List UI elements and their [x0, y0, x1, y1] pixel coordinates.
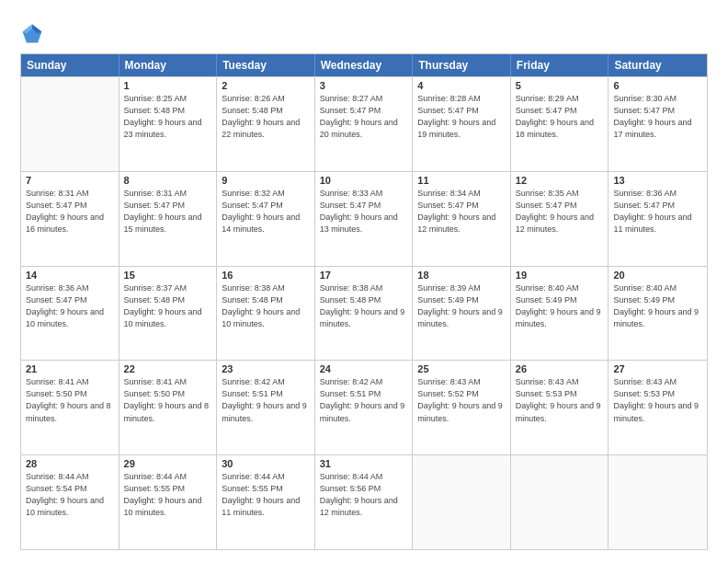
header-cell-wednesday: Wednesday: [315, 54, 414, 76]
header-cell-friday: Friday: [511, 54, 609, 76]
calendar-cell: 13Sunrise: 8:36 AM Sunset: 5:47 PM Dayli…: [609, 172, 707, 266]
day-info: Sunrise: 8:25 AM Sunset: 5:48 PM Dayligh…: [124, 93, 212, 141]
day-number: 15: [124, 270, 212, 281]
calendar-cell: 6Sunrise: 8:30 AM Sunset: 5:47 PM Daylig…: [609, 77, 707, 171]
day-info: Sunrise: 8:44 AM Sunset: 5:55 PM Dayligh…: [124, 471, 212, 519]
calendar-cell: 3Sunrise: 8:27 AM Sunset: 5:47 PM Daylig…: [315, 77, 414, 171]
calendar-row-1: 7Sunrise: 8:31 AM Sunset: 5:47 PM Daylig…: [21, 171, 707, 266]
day-info: Sunrise: 8:28 AM Sunset: 5:47 PM Dayligh…: [417, 93, 506, 141]
day-info: Sunrise: 8:32 AM Sunset: 5:47 PM Dayligh…: [222, 188, 310, 236]
calendar-cell: 23Sunrise: 8:42 AM Sunset: 5:51 PM Dayli…: [217, 361, 315, 454]
day-number: 7: [26, 175, 114, 186]
day-info: Sunrise: 8:40 AM Sunset: 5:49 PM Dayligh…: [613, 282, 702, 330]
day-info: Sunrise: 8:44 AM Sunset: 5:56 PM Dayligh…: [320, 471, 408, 519]
day-number: 9: [222, 175, 310, 186]
day-info: Sunrise: 8:36 AM Sunset: 5:47 PM Dayligh…: [613, 188, 702, 236]
day-number: 19: [516, 270, 604, 281]
day-number: 5: [516, 80, 604, 91]
logo: [20, 20, 48, 46]
calendar-body: 1Sunrise: 8:25 AM Sunset: 5:48 PM Daylig…: [21, 76, 707, 549]
day-info: Sunrise: 8:30 AM Sunset: 5:47 PM Dayligh…: [613, 93, 702, 141]
calendar-cell: 27Sunrise: 8:43 AM Sunset: 5:53 PM Dayli…: [609, 361, 707, 454]
calendar-cell: 22Sunrise: 8:41 AM Sunset: 5:50 PM Dayli…: [119, 361, 218, 454]
calendar-cell: 18Sunrise: 8:39 AM Sunset: 5:49 PM Dayli…: [413, 267, 511, 361]
day-number: 17: [320, 270, 408, 281]
calendar-cell: 29Sunrise: 8:44 AM Sunset: 5:55 PM Dayli…: [119, 455, 218, 549]
day-number: 11: [417, 175, 506, 186]
day-info: Sunrise: 8:43 AM Sunset: 5:52 PM Dayligh…: [417, 376, 506, 424]
day-info: Sunrise: 8:44 AM Sunset: 5:55 PM Dayligh…: [222, 471, 310, 519]
day-info: Sunrise: 8:29 AM Sunset: 5:47 PM Dayligh…: [516, 93, 604, 141]
logo-icon: [20, 22, 44, 46]
day-info: Sunrise: 8:31 AM Sunset: 5:47 PM Dayligh…: [26, 188, 114, 236]
day-number: 23: [222, 363, 310, 374]
calendar-cell: 1Sunrise: 8:25 AM Sunset: 5:48 PM Daylig…: [119, 77, 218, 171]
calendar-cell: 4Sunrise: 8:28 AM Sunset: 5:47 PM Daylig…: [413, 77, 511, 171]
day-number: 21: [26, 363, 114, 374]
calendar-cell: 30Sunrise: 8:44 AM Sunset: 5:55 PM Dayli…: [217, 455, 315, 549]
day-number: 13: [613, 175, 702, 186]
calendar-cell: [21, 77, 119, 171]
calendar-cell: 7Sunrise: 8:31 AM Sunset: 5:47 PM Daylig…: [21, 172, 119, 266]
day-info: Sunrise: 8:35 AM Sunset: 5:47 PM Dayligh…: [516, 188, 604, 236]
header: [20, 17, 708, 46]
day-number: 1: [124, 80, 212, 91]
calendar-cell: 5Sunrise: 8:29 AM Sunset: 5:47 PM Daylig…: [511, 77, 609, 171]
day-number: 30: [222, 458, 310, 469]
calendar-row-0: 1Sunrise: 8:25 AM Sunset: 5:48 PM Daylig…: [21, 76, 707, 171]
calendar-cell: 26Sunrise: 8:43 AM Sunset: 5:53 PM Dayli…: [511, 361, 609, 454]
day-info: Sunrise: 8:41 AM Sunset: 5:50 PM Dayligh…: [124, 376, 212, 424]
day-info: Sunrise: 8:37 AM Sunset: 5:48 PM Dayligh…: [124, 282, 212, 330]
calendar-cell: 24Sunrise: 8:42 AM Sunset: 5:51 PM Dayli…: [315, 361, 414, 454]
day-number: 4: [417, 80, 506, 91]
calendar-cell: 8Sunrise: 8:31 AM Sunset: 5:47 PM Daylig…: [119, 172, 218, 266]
day-number: 31: [320, 458, 408, 469]
calendar: SundayMondayTuesdayWednesdayThursdayFrid…: [20, 53, 708, 550]
day-info: Sunrise: 8:38 AM Sunset: 5:48 PM Dayligh…: [320, 282, 408, 330]
day-info: Sunrise: 8:26 AM Sunset: 5:48 PM Dayligh…: [222, 93, 310, 141]
day-number: 18: [417, 270, 506, 281]
day-info: Sunrise: 8:34 AM Sunset: 5:47 PM Dayligh…: [417, 188, 506, 236]
day-number: 8: [124, 175, 212, 186]
day-number: 22: [124, 363, 212, 374]
calendar-cell: 25Sunrise: 8:43 AM Sunset: 5:52 PM Dayli…: [413, 361, 511, 454]
day-info: Sunrise: 8:31 AM Sunset: 5:47 PM Dayligh…: [124, 188, 212, 236]
day-info: Sunrise: 8:43 AM Sunset: 5:53 PM Dayligh…: [613, 376, 702, 424]
day-number: 28: [26, 458, 114, 469]
day-info: Sunrise: 8:42 AM Sunset: 5:51 PM Dayligh…: [222, 376, 310, 424]
calendar-cell: 12Sunrise: 8:35 AM Sunset: 5:47 PM Dayli…: [511, 172, 609, 266]
day-info: Sunrise: 8:33 AM Sunset: 5:47 PM Dayligh…: [320, 188, 408, 236]
calendar-cell: 20Sunrise: 8:40 AM Sunset: 5:49 PM Dayli…: [609, 267, 707, 361]
calendar-cell: 31Sunrise: 8:44 AM Sunset: 5:56 PM Dayli…: [315, 455, 414, 549]
day-number: 14: [26, 270, 114, 281]
calendar-cell: 2Sunrise: 8:26 AM Sunset: 5:48 PM Daylig…: [217, 77, 315, 171]
day-number: 12: [516, 175, 604, 186]
day-number: 25: [417, 363, 506, 374]
calendar-header: SundayMondayTuesdayWednesdayThursdayFrid…: [21, 54, 707, 76]
day-number: 26: [516, 363, 604, 374]
day-info: Sunrise: 8:43 AM Sunset: 5:53 PM Dayligh…: [516, 376, 604, 424]
day-info: Sunrise: 8:41 AM Sunset: 5:50 PM Dayligh…: [26, 376, 114, 424]
calendar-row-4: 28Sunrise: 8:44 AM Sunset: 5:54 PM Dayli…: [21, 454, 707, 549]
calendar-cell: 10Sunrise: 8:33 AM Sunset: 5:47 PM Dayli…: [315, 172, 414, 266]
day-number: 3: [320, 80, 408, 91]
day-number: 29: [124, 458, 212, 469]
calendar-cell: [413, 455, 511, 549]
page: SundayMondayTuesdayWednesdayThursdayFrid…: [0, 0, 728, 563]
header-cell-sunday: Sunday: [21, 54, 119, 76]
day-info: Sunrise: 8:27 AM Sunset: 5:47 PM Dayligh…: [320, 93, 408, 141]
calendar-row-2: 14Sunrise: 8:36 AM Sunset: 5:47 PM Dayli…: [21, 266, 707, 361]
calendar-cell: 14Sunrise: 8:36 AM Sunset: 5:47 PM Dayli…: [21, 267, 119, 361]
header-cell-tuesday: Tuesday: [217, 54, 315, 76]
calendar-cell: [609, 455, 707, 549]
day-number: 24: [320, 363, 408, 374]
calendar-cell: 16Sunrise: 8:38 AM Sunset: 5:48 PM Dayli…: [217, 267, 315, 361]
day-number: 20: [613, 270, 702, 281]
header-cell-monday: Monday: [119, 54, 218, 76]
calendar-cell: 17Sunrise: 8:38 AM Sunset: 5:48 PM Dayli…: [315, 267, 414, 361]
header-cell-thursday: Thursday: [413, 54, 511, 76]
day-info: Sunrise: 8:38 AM Sunset: 5:48 PM Dayligh…: [222, 282, 310, 330]
day-number: 10: [320, 175, 408, 186]
calendar-cell: [511, 455, 609, 549]
day-info: Sunrise: 8:44 AM Sunset: 5:54 PM Dayligh…: [26, 471, 114, 519]
